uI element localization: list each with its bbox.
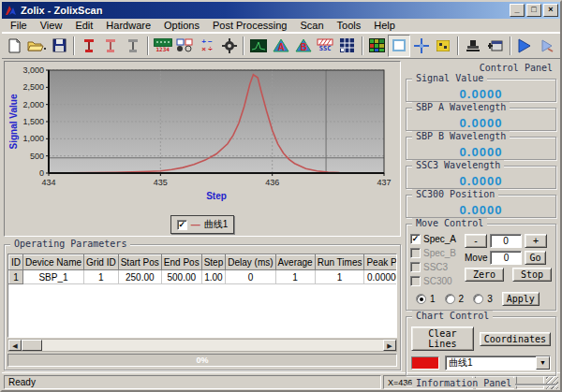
table-cell[interactable]: 0.000000 xyxy=(364,270,397,284)
checkbox-spec-a[interactable]: ✓ Spec_A xyxy=(410,233,463,245)
x-tick-label: 437 xyxy=(377,178,391,187)
table-cell[interactable]: 1 xyxy=(275,270,315,284)
table-cell[interactable]: 1 xyxy=(84,270,119,284)
menu-post-processing[interactable]: Post Processing xyxy=(206,19,293,32)
menu-view[interactable]: View xyxy=(34,19,69,32)
table-row[interactable]: 1SBP_11250.00500.001.000110.000000 xyxy=(9,270,398,284)
coordinates-button[interactable]: Coordinates xyxy=(480,332,551,346)
menu-hardware[interactable]: Hardware xyxy=(99,19,157,32)
checkbox-spec-b[interactable]: Spec_B xyxy=(410,247,463,259)
scroll-track[interactable] xyxy=(42,340,383,351)
titlebar[interactable]: Zolix - ZolixScan _ □ × xyxy=(2,2,560,19)
table-cell[interactable]: SBP_1 xyxy=(23,270,84,284)
apply-button[interactable]: Apply xyxy=(502,292,540,306)
menu-options[interactable]: Options xyxy=(157,19,206,32)
detector-config-button[interactable] xyxy=(173,35,196,57)
close-button[interactable]: × xyxy=(543,4,558,17)
stop-button[interactable]: Stop xyxy=(512,268,552,282)
column-header[interactable]: Average xyxy=(275,255,315,270)
scroll-right-button[interactable]: ▶ xyxy=(383,340,396,351)
table-cell[interactable]: 1 xyxy=(315,270,364,284)
dropdown-arrow-icon[interactable]: ▼ xyxy=(536,356,550,370)
checkbox-ssc3[interactable]: SSC3 xyxy=(410,261,463,273)
menu-help[interactable]: Help xyxy=(367,19,402,32)
counter-display-button[interactable]: 1234 xyxy=(152,35,174,57)
signal-chart[interactable]: 05001,0001,5002,0002,5003,00043443543643… xyxy=(6,63,397,212)
run-scan-button[interactable] xyxy=(514,35,537,57)
save-button[interactable] xyxy=(48,35,70,57)
column-header[interactable]: ID xyxy=(9,255,23,270)
ssc-button[interactable]: SSC xyxy=(314,35,336,57)
toolbar-separator xyxy=(243,36,244,55)
sc300-checkbox[interactable] xyxy=(410,276,421,286)
column-header[interactable]: End Pos xyxy=(161,255,201,270)
spec-a-checkbox[interactable]: ✓ xyxy=(410,234,421,244)
monochromator-button[interactable] xyxy=(336,35,359,57)
scan-screen-icon xyxy=(250,39,267,52)
minimize-button[interactable]: _ xyxy=(510,4,525,17)
scroll-left-button[interactable]: ◀ xyxy=(8,340,22,351)
color-grid-button[interactable] xyxy=(366,35,389,57)
table-cell[interactable]: 500.00 xyxy=(161,270,201,284)
scan-display-button[interactable] xyxy=(247,35,270,57)
signal-value-group: Signal Value 0.0000 xyxy=(406,79,556,102)
channel-3-radio[interactable] xyxy=(473,294,483,304)
channel-2-radio[interactable] xyxy=(445,294,455,304)
math-operations-button[interactable]: + − × ÷ xyxy=(196,35,218,57)
hardware-stage1-button[interactable] xyxy=(78,35,100,57)
move-value-field[interactable]: 0 xyxy=(490,251,522,265)
sbp-a-button[interactable]: A xyxy=(270,35,292,57)
table-hscrollbar[interactable]: ◀ ▶ xyxy=(7,339,397,352)
resize-grip[interactable] xyxy=(546,375,558,389)
cursor-position-button[interactable] xyxy=(433,35,455,57)
zero-button[interactable]: Zero xyxy=(465,268,504,282)
clear-lines-button[interactable]: Clear Lines xyxy=(411,327,474,351)
zoom-frame-button[interactable] xyxy=(388,35,410,57)
column-header[interactable]: Step xyxy=(201,255,226,270)
print-button[interactable] xyxy=(462,35,484,57)
table-cell[interactable]: 1 xyxy=(9,270,23,284)
settings-button[interactable] xyxy=(218,35,241,57)
maximize-button[interactable]: □ xyxy=(526,4,541,17)
menu-file[interactable]: File xyxy=(4,19,34,32)
parameters-table-container[interactable]: IDDevice NameGrid IDStart PosEnd PosStep… xyxy=(7,254,397,338)
column-header[interactable]: Grid ID xyxy=(84,255,119,270)
menu-scan[interactable]: Scan xyxy=(293,19,330,32)
sbp-b-button[interactable]: B xyxy=(292,35,315,57)
go-button[interactable]: Go xyxy=(525,251,545,265)
toolbar-separator xyxy=(73,36,75,55)
spec-b-checkbox[interactable] xyxy=(410,248,421,258)
new-document-button[interactable] xyxy=(4,35,26,57)
step-minus-button[interactable]: - xyxy=(465,234,487,248)
chart-legend[interactable]: ✓ — 曲线1 xyxy=(170,215,235,234)
stage-tool-pink-icon xyxy=(104,38,117,53)
crosshair-button[interactable] xyxy=(410,35,433,57)
menu-edit[interactable]: Edit xyxy=(68,19,99,32)
column-header[interactable]: Run Times xyxy=(315,255,364,270)
open-folder-icon xyxy=(27,39,46,52)
sc300-position-value: 0.0000 xyxy=(407,203,555,217)
hardware-stage3-button[interactable] xyxy=(122,35,144,57)
column-header[interactable]: Delay (ms) xyxy=(226,255,275,270)
table-cell[interactable]: 250.00 xyxy=(118,270,161,284)
table-cell[interactable]: 0 xyxy=(226,270,275,284)
checkbox-sc300[interactable]: SC300 xyxy=(410,275,463,287)
step-value-field[interactable]: 0 xyxy=(490,234,522,248)
move-buttons-column: - 0 + Move 0 Go Zero Stop xyxy=(465,233,552,287)
add-window-button[interactable] xyxy=(484,35,507,57)
curve-select-dropdown[interactable]: 曲线1 ▼ xyxy=(445,356,551,370)
step-plus-button[interactable]: + xyxy=(525,234,547,248)
column-header[interactable]: Device Name xyxy=(23,255,84,270)
legend-checkbox[interactable]: ✓ xyxy=(177,220,187,230)
column-header[interactable]: Start Pos xyxy=(118,255,161,270)
hardware-stage2-button[interactable] xyxy=(100,35,123,57)
curve-color-swatch[interactable] xyxy=(411,356,439,370)
run-single-button[interactable] xyxy=(536,35,558,57)
ssc3-checkbox[interactable] xyxy=(410,262,421,272)
scroll-thumb[interactable] xyxy=(22,340,42,351)
open-file-button[interactable] xyxy=(26,35,49,57)
column-header[interactable]: Peak Pos xyxy=(364,255,397,270)
table-cell[interactable]: 1.00 xyxy=(201,270,226,284)
menu-tools[interactable]: Tools xyxy=(331,19,368,32)
channel-1-radio[interactable] xyxy=(416,294,426,304)
